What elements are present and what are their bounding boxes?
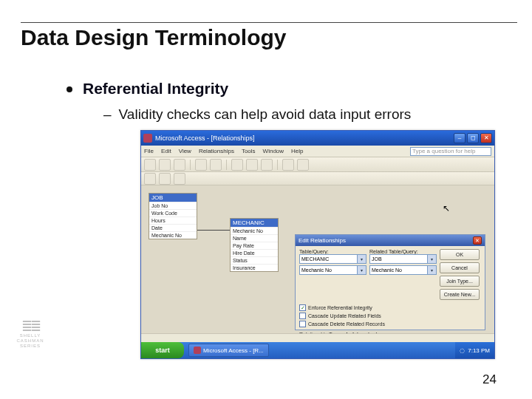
toolbar-button[interactable] [195,159,207,171]
bullet-dot-icon [66,86,72,92]
toolbar-main [141,157,494,172]
page-number: 24 [482,372,497,387]
table-field[interactable]: Mechanic No [231,227,278,234]
bullet-main-text: Referential Integrity [83,80,228,97]
checkbox-icon: ✓ [299,304,306,311]
start-button[interactable]: start [141,342,184,358]
bullet-sub: –Validity checks can help avoid data inp… [103,106,411,123]
toolbar-button[interactable] [210,159,222,171]
menu-bar: File Edit View Relationships Tools Windo… [141,146,494,157]
menu-edit[interactable]: Edit [161,148,171,154]
dialog-title: Edit Relationships [299,237,346,244]
toolbar-secondary [141,172,494,185]
table-job[interactable]: JOB Job No Work Code Hours Date Mechanic… [149,193,197,239]
brand-line: SHELLY [20,333,41,338]
ok-button[interactable]: OK [440,249,480,260]
access-window: Microsoft Access - [Relationships] – ◻ ✕… [140,130,495,359]
table-field[interactable]: Job No [149,202,197,209]
join-type-button[interactable]: Join Type... [440,276,480,287]
dialog-body: Table/Query: MECHANIC▾ Mechanic No▾ Rela… [296,246,485,330]
toolbar-button[interactable] [297,159,309,171]
table-field[interactable]: Work Code [149,209,197,216]
combo-related[interactable]: JOB▾ [369,254,437,264]
check-enforce[interactable]: ✓Enforce Referential Integrity [299,304,481,311]
combo-value: MECHANIC [301,256,329,262]
check-cascade-update[interactable]: Cascade Update Related Fields [299,313,481,319]
toolbar-button[interactable] [174,173,185,185]
brand-line: SERIES [20,344,41,349]
taskbar: start Microsoft Access - [R... ◌ 7:13 PM [141,342,494,358]
table-field[interactable]: Date [149,224,197,231]
cursor-icon: ↖ [443,203,450,214]
app-icon [143,134,152,143]
chevron-down-icon[interactable]: ▾ [357,255,366,263]
bullet-sub-text: Validity checks can help avoid data inpu… [119,106,412,122]
slide-title: Data Design Terminology [21,25,287,50]
help-search-input[interactable]: Type a question for help [410,147,491,156]
check-label: Cascade Update Related Fields [308,313,381,318]
toolbar-button[interactable] [282,159,294,171]
cancel-button[interactable]: Cancel [440,262,480,273]
dash-icon: – [103,106,112,122]
edit-relationships-dialog[interactable]: Edit Relationships ✕ Table/Query: MECHAN… [295,234,485,330]
combo-table-query[interactable]: MECHANIC▾ [299,254,366,264]
toolbar-button[interactable] [231,159,243,171]
tray-icon[interactable]: ◌ [460,347,465,354]
table-field[interactable]: Hire Date [231,249,278,256]
checkbox-icon [299,321,306,327]
bullet-main: Referential Integrity [66,80,228,98]
label-rel-type: Relationship Type: [299,332,341,333]
toolbar-button[interactable] [246,159,258,171]
slide: Data Design Terminology Referential Inte… [0,0,532,399]
check-label: Cascade Delete Related Records [308,321,385,327]
table-field[interactable]: Name [231,234,278,242]
table-mechanic[interactable]: MECHANIC Mechanic No Name Pay Rate Hire … [230,218,279,272]
menu-help[interactable]: Help [291,148,303,154]
toolbar-button[interactable] [261,159,273,171]
toolbar-button[interactable] [174,159,185,171]
window-title: Microsoft Access - [Relationships] [155,134,452,142]
toolbar-separator [190,160,191,170]
window-titlebar[interactable]: Microsoft Access - [Relationships] – ◻ ✕ [141,131,494,146]
toolbar-separator [277,160,278,170]
relationships-canvas[interactable]: JOB Job No Work Code Hours Date Mechanic… [141,185,494,333]
table-field[interactable]: Insurance [231,264,278,271]
minimize-button[interactable]: – [454,133,466,143]
combo-right-field[interactable]: Mechanic No▾ [369,265,437,275]
chevron-down-icon[interactable]: ▾ [427,255,436,263]
close-button[interactable]: ✕ [480,133,492,143]
brand-logo: ≣≣ SHELLY CASHMAN SERIES [7,313,53,358]
toolbar-button[interactable] [159,173,171,185]
chevron-down-icon[interactable]: ▾ [357,266,366,274]
dialog-close-button[interactable]: ✕ [473,236,482,245]
toolbar-button[interactable] [144,173,156,185]
taskbar-item[interactable]: Microsoft Access - [R... [188,344,269,357]
maximize-button[interactable]: ◻ [467,133,479,143]
table-field[interactable]: Status [231,256,278,264]
menu-view[interactable]: View [179,148,191,154]
toolbar-separator [226,160,227,170]
dialog-titlebar[interactable]: Edit Relationships ✕ [296,235,485,246]
top-rule [21,22,517,23]
combo-value: Mechanic No [301,267,332,273]
menu-relationships[interactable]: Relationships [199,148,234,154]
rel-type-value: Indeterminate [346,332,380,333]
table-job-title: JOB [149,194,197,202]
chevron-down-icon[interactable]: ▾ [427,266,436,274]
menu-window[interactable]: Window [263,148,284,154]
combo-left-field[interactable]: Mechanic No▾ [299,265,366,275]
toolbar-button[interactable] [159,159,171,171]
table-mechanic-title: MECHANIC [231,219,278,227]
clock: 7:13 PM [468,347,490,354]
join-line[interactable] [197,230,230,231]
check-cascade-delete[interactable]: Cascade Delete Related Records [299,321,481,327]
table-field[interactable]: Mechanic No [149,231,197,239]
table-field[interactable]: Hours [149,216,197,224]
taskbar-item-label: Microsoft Access - [R... [203,347,264,354]
system-tray[interactable]: ◌ 7:13 PM [455,342,494,358]
create-new-button[interactable]: Create New... [440,289,480,300]
toolbar-button[interactable] [144,159,156,171]
table-field[interactable]: Pay Rate [231,242,278,249]
menu-tools[interactable]: Tools [242,148,256,154]
menu-file[interactable]: File [144,148,154,154]
